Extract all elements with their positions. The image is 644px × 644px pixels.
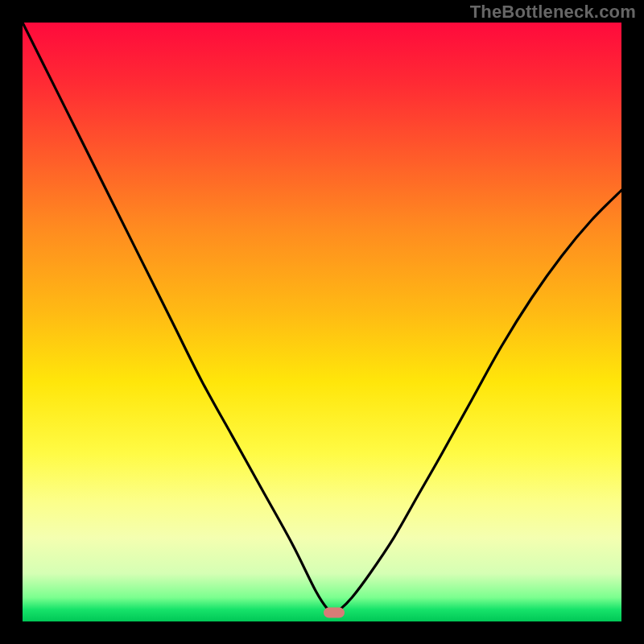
chart-frame: TheBottleneck.com [0,0,644,644]
watermark-text: TheBottleneck.com [470,2,636,23]
plot-area [23,23,621,621]
minimum-marker [324,607,345,617]
curve-svg [23,23,621,621]
bottleneck-curve [23,23,621,613]
